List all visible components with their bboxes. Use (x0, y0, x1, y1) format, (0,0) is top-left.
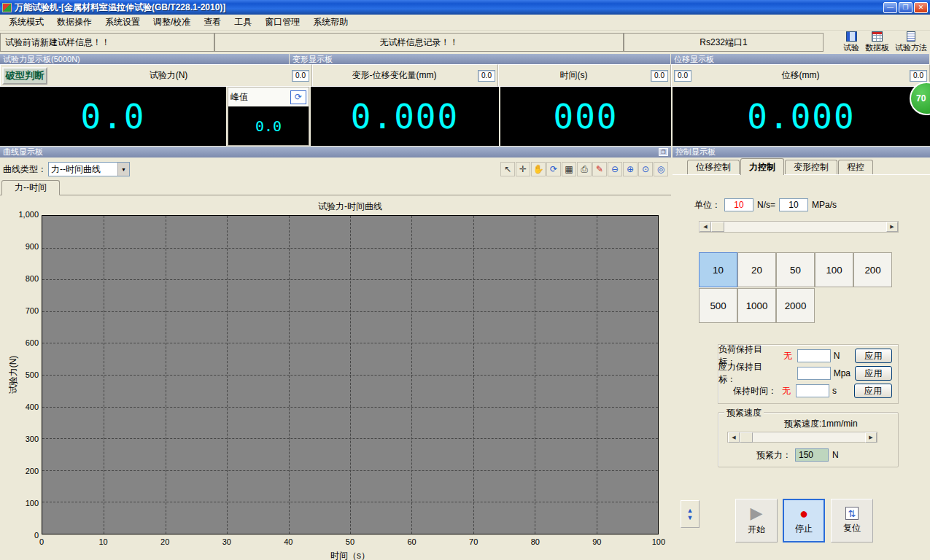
stress-hold-apply-button[interactable]: 应用 (855, 366, 892, 381)
speed-scrollbar[interactable]: ◀ ▶ (699, 221, 899, 233)
unit-suffix-label: MPa/s (812, 200, 837, 210)
tab-program-control[interactable]: 程控 (838, 160, 873, 174)
chart-title: 试验力-时间曲线 (42, 201, 659, 213)
preload-group: 预紧速度 预紧速度:1mm/min ◀ ▶ 预紧力： N (718, 412, 899, 467)
scroll-right-icon[interactable]: ▶ (886, 222, 898, 232)
crosshead-jog-button[interactable]: ▲ ▼ (681, 500, 700, 528)
scroll-right-icon[interactable]: ▶ (865, 432, 877, 443)
peak-refresh-icon[interactable]: ⟳ (290, 90, 306, 104)
load-hold-apply-button[interactable]: 应用 (855, 349, 892, 363)
break-judge-button[interactable]: 破型判断 (2, 67, 47, 85)
specimen-hint: 试验前请新建试样信息！！ (0, 33, 214, 52)
test-method-button[interactable]: 试验方法 (895, 31, 927, 53)
peak-header: 峰值 ⟳ (228, 88, 309, 106)
speed-unit-input[interactable] (724, 198, 753, 211)
zoom-area-icon[interactable]: ⊙ (638, 162, 653, 176)
test-method-icon (907, 31, 915, 42)
preload-force-label: 预紧力： (756, 449, 791, 462)
tab-force-control[interactable]: 力控制 (740, 158, 784, 175)
restore-button[interactable]: ❐ (899, 2, 912, 13)
scroll-left-icon[interactable]: ◀ (700, 222, 711, 232)
curve-type-select[interactable]: 力--时间曲线 ▼ (48, 162, 130, 176)
scroll-left-icon[interactable]: ◀ (728, 432, 740, 443)
x-tick: 10 (93, 537, 115, 546)
hold-time-apply-button[interactable]: 应用 (854, 384, 892, 398)
curve-tab-row: 力--时间 (0, 180, 671, 195)
menu-system-mode[interactable]: 系统模式 (2, 14, 50, 31)
preload-force-input[interactable] (795, 448, 829, 462)
pencil-icon[interactable]: ✎ (592, 162, 607, 176)
time-label: 时间(s) (499, 69, 648, 82)
speed-button[interactable]: 500 (699, 288, 737, 323)
zoom-out-icon[interactable]: ⊖ (608, 162, 622, 176)
x-tick: 40 (277, 537, 299, 546)
x-tick: 70 (462, 537, 484, 546)
speed-button[interactable]: 2000 (776, 288, 815, 323)
pan-icon[interactable]: ✋ (531, 162, 546, 176)
refresh-icon[interactable]: ⟳ (546, 162, 561, 176)
tab-displacement-control[interactable]: 位移控制 (687, 160, 740, 174)
minimize-button[interactable]: — (883, 2, 897, 13)
hold-time-input[interactable] (796, 384, 829, 397)
speed-button[interactable]: 10 (699, 252, 737, 287)
tab-force-time-curve[interactable]: 力--时间 (1, 180, 60, 195)
save-icon[interactable]: ▦ (562, 162, 576, 176)
speed-button[interactable]: 20 (737, 252, 776, 287)
speed-button[interactable]: 1000 (737, 288, 776, 323)
spin-down-icon: ▼ (687, 514, 694, 521)
start-button[interactable]: ▶ 开始 (735, 499, 778, 542)
speed-button[interactable]: 100 (815, 252, 853, 287)
chart-plot-area[interactable] (42, 215, 659, 534)
menu-view[interactable]: 查看 (197, 14, 228, 31)
scroll-track[interactable] (724, 222, 886, 232)
peak-led-display: 0.0 (228, 106, 309, 145)
toolbar-right: 试验 数据板 试验方法 (824, 31, 930, 53)
menu-window-manage[interactable]: 窗口管理 (258, 14, 306, 31)
displacement-label: 位移(mm) (694, 69, 907, 82)
displacement-readout-section: 0.0 位移(mm) 0.0 (671, 64, 930, 87)
force-panel-header: 试验力显示板(5000N) (0, 54, 290, 64)
displacement-small-left: 0.0 (674, 70, 691, 82)
print-icon[interactable]: ⎙ (577, 162, 592, 176)
load-hold-unit: N (834, 351, 852, 361)
menu-tools[interactable]: 工具 (228, 14, 258, 31)
y-tick: 400 (26, 402, 39, 411)
preload-force-row: 预紧力： N (756, 448, 839, 462)
scroll-track[interactable] (753, 432, 865, 442)
time-led-display: 000 (500, 87, 671, 146)
menu-system-settings[interactable]: 系统设置 (98, 14, 147, 31)
menu-bar: 系统模式 数据操作 系统设置 调整/校准 查看 工具 窗口管理 系统帮助 (0, 15, 930, 31)
panel-restore-icon[interactable]: ❐ (659, 148, 668, 156)
databoard-button[interactable]: 数据板 (865, 31, 889, 53)
scroll-thumb[interactable] (740, 432, 753, 443)
app-icon (2, 3, 12, 12)
chevron-down-icon[interactable]: ▼ (117, 163, 129, 176)
y-tick: 100 (26, 499, 39, 508)
select-icon[interactable]: ↖ (500, 162, 515, 176)
force-small-value: 0.0 (292, 70, 309, 82)
stress-hold-label: 应力保持目标： (718, 361, 778, 386)
tab-deform-control[interactable]: 变形控制 (785, 160, 837, 174)
preload-scrollbar[interactable]: ◀ ▶ (727, 432, 877, 443)
x-tick: 80 (524, 537, 546, 546)
scroll-thumb[interactable] (711, 222, 724, 232)
speed-button[interactable]: 50 (776, 252, 815, 287)
stop-button[interactable]: ● 停止 (783, 499, 825, 542)
hold-time-flag: 无 (780, 385, 793, 397)
reset-button-label: 复位 (843, 522, 861, 534)
zoom-reset-icon[interactable]: ◎ (654, 162, 668, 176)
close-button[interactable]: ✕ (914, 2, 928, 13)
menu-system-help[interactable]: 系统帮助 (306, 14, 354, 31)
reset-button[interactable]: ⇅ 复位 (831, 499, 873, 542)
menu-data-operation[interactable]: 数据操作 (50, 14, 98, 31)
menu-adjust-calibrate[interactable]: 调整/校准 (147, 14, 197, 31)
zoom-in-icon[interactable]: ⊕ (623, 162, 638, 176)
force-led-display: 0.0 (0, 87, 226, 146)
stress-hold-input[interactable] (797, 367, 831, 380)
speed-mpa-input[interactable] (779, 198, 808, 211)
speed-button[interactable]: 200 (853, 252, 892, 287)
load-hold-input[interactable] (797, 349, 831, 362)
displacement-panel-header: 位移显示板 (671, 54, 930, 64)
move-icon[interactable]: ✛ (516, 162, 530, 176)
test-button[interactable]: 试验 (843, 31, 859, 53)
